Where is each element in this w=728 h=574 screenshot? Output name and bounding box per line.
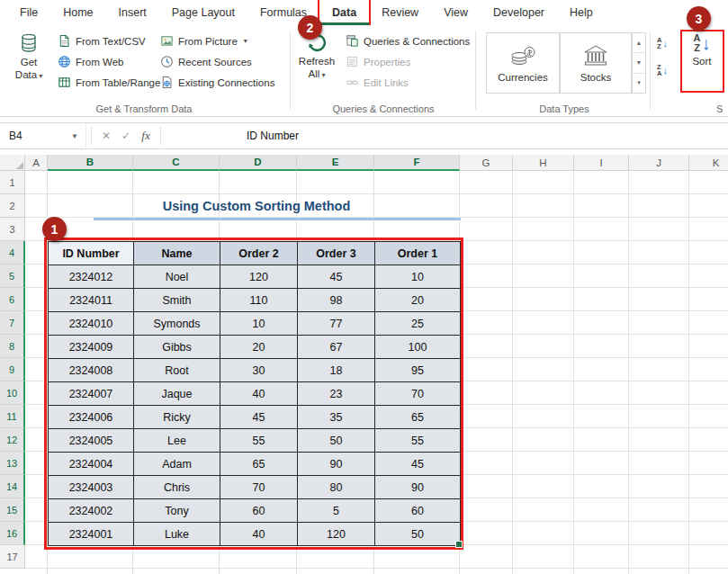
- column-header-G[interactable]: G: [460, 155, 513, 171]
- sort-z-to-a-button[interactable]: ZA↓: [657, 61, 668, 78]
- cancel-icon[interactable]: ✕: [96, 130, 116, 142]
- table-cell[interactable]: 30: [220, 359, 298, 382]
- column-header-C[interactable]: C: [133, 155, 220, 171]
- table-cell[interactable]: Adam: [134, 453, 220, 476]
- table-cell[interactable]: 60: [375, 499, 461, 523]
- tab-developer[interactable]: Developer: [481, 0, 557, 25]
- table-cell[interactable]: 2324012: [49, 265, 134, 289]
- from-table-range-button[interactable]: From Table/Range: [58, 74, 160, 91]
- table-cell[interactable]: 2324003: [49, 476, 134, 499]
- gallery-scroll-down-icon[interactable]: ▼: [633, 53, 645, 73]
- tab-insert[interactable]: Insert: [106, 0, 159, 25]
- table-cell[interactable]: 25: [375, 312, 461, 336]
- row-header-3[interactable]: 3: [0, 218, 25, 241]
- from-web-button[interactable]: From Web: [58, 53, 123, 70]
- name-box[interactable]: B4 ▼: [0, 123, 86, 148]
- table-cell[interactable]: 20: [220, 336, 298, 359]
- row-header-2[interactable]: 2: [0, 194, 25, 218]
- row-header-17[interactable]: 17: [0, 545, 25, 569]
- table-header-cell[interactable]: Order 3: [298, 242, 375, 265]
- tab-help[interactable]: Help: [557, 0, 606, 25]
- table-cell[interactable]: 10: [220, 312, 298, 336]
- table-cell[interactable]: 23: [298, 382, 375, 406]
- table-cell[interactable]: 120: [220, 265, 298, 289]
- table-cell[interactable]: 70: [375, 382, 461, 406]
- table-cell[interactable]: 40: [220, 382, 298, 406]
- row-header-1[interactable]: 1: [0, 171, 25, 194]
- table-cell[interactable]: 95: [375, 359, 461, 382]
- tab-file[interactable]: File: [7, 0, 50, 25]
- row-header-8[interactable]: 8: [0, 335, 25, 358]
- table-cell[interactable]: 2324005: [49, 429, 134, 453]
- table-cell[interactable]: 18: [298, 359, 375, 382]
- from-picture-button[interactable]: From Picture▾: [160, 32, 247, 49]
- table-cell[interactable]: 45: [220, 406, 298, 429]
- column-header-A[interactable]: A: [25, 155, 48, 171]
- gallery-scroll-up-icon[interactable]: ▲: [633, 33, 645, 53]
- table-header-cell[interactable]: Order 1: [375, 242, 461, 265]
- table-cell[interactable]: 65: [375, 406, 461, 429]
- table-cell[interactable]: Tony: [134, 499, 220, 523]
- table-cell[interactable]: 2324010: [49, 312, 134, 336]
- table-cell[interactable]: 55: [220, 429, 298, 453]
- table-cell[interactable]: 110: [220, 289, 298, 312]
- data-types-gallery-scrollbar[interactable]: ▲ ▼ ▾: [632, 32, 646, 94]
- tab-home[interactable]: Home: [50, 0, 105, 25]
- table-cell[interactable]: 120: [298, 523, 375, 546]
- table-cell[interactable]: 2324004: [49, 453, 134, 476]
- table-cell[interactable]: Root: [134, 359, 220, 382]
- table-cell[interactable]: Smith: [134, 289, 220, 312]
- table-cell[interactable]: 2324008: [49, 359, 134, 382]
- insert-function-icon[interactable]: fx: [136, 129, 156, 143]
- existing-connections-button[interactable]: Existing Connections: [160, 74, 274, 91]
- table-cell[interactable]: 98: [298, 289, 375, 312]
- table-cell[interactable]: 80: [298, 476, 375, 499]
- recent-sources-button[interactable]: Recent Sources: [160, 53, 252, 70]
- table-cell[interactable]: 35: [298, 406, 375, 429]
- table-header-cell[interactable]: Order 2: [220, 242, 298, 265]
- table-cell[interactable]: 45: [375, 453, 461, 476]
- currencies-gallery-item[interactable]: Currencies: [486, 32, 560, 94]
- table-cell[interactable]: 2324002: [49, 499, 134, 523]
- table-cell[interactable]: 2324001: [49, 523, 134, 546]
- name-box-dropdown-icon[interactable]: ▼: [71, 132, 78, 140]
- row-header-4[interactable]: 4: [0, 241, 25, 265]
- row-header-9[interactable]: 9: [0, 358, 25, 381]
- tab-data[interactable]: Data: [319, 0, 369, 25]
- table-cell[interactable]: 2324009: [49, 336, 134, 359]
- table-cell[interactable]: 60: [220, 499, 298, 523]
- selection-fill-handle[interactable]: [455, 541, 463, 548]
- column-header-K[interactable]: K: [689, 155, 728, 171]
- from-text-csv-button[interactable]: From Text/CSV: [58, 32, 146, 49]
- table-cell[interactable]: Jaque: [134, 382, 220, 406]
- table-cell[interactable]: 40: [220, 523, 298, 546]
- table-cell[interactable]: 55: [375, 429, 461, 453]
- table-cell[interactable]: Lee: [134, 429, 220, 453]
- row-header-11[interactable]: 11: [0, 405, 25, 428]
- table-header-cell[interactable]: ID Number: [49, 242, 134, 265]
- column-header-B[interactable]: B: [48, 155, 133, 171]
- table-cell[interactable]: Ricky: [134, 406, 220, 429]
- table-cell[interactable]: 65: [220, 453, 298, 476]
- sort-a-to-z-button[interactable]: AZ↓: [657, 34, 668, 51]
- row-header-5[interactable]: 5: [0, 265, 25, 288]
- table-cell[interactable]: 67: [298, 336, 375, 359]
- column-header-J[interactable]: J: [629, 155, 689, 171]
- queries-connections-button[interactable]: Queries & Connections: [346, 32, 470, 49]
- column-header-H[interactable]: H: [513, 155, 574, 171]
- table-cell[interactable]: Gibbs: [134, 336, 220, 359]
- stocks-gallery-item[interactable]: Stocks: [560, 32, 632, 94]
- row-header-10[interactable]: 10: [0, 381, 25, 405]
- row-header-6[interactable]: 6: [0, 288, 25, 311]
- table-cell[interactable]: Chris: [134, 476, 220, 499]
- tab-view[interactable]: View: [431, 0, 481, 25]
- column-header-F[interactable]: F: [374, 155, 460, 171]
- gallery-more-icon[interactable]: ▾: [633, 74, 645, 93]
- row-header-16[interactable]: 16: [0, 522, 25, 545]
- table-cell[interactable]: Noel: [134, 265, 220, 289]
- get-data-button[interactable]: Get Data▾: [7, 30, 50, 83]
- row-header-15[interactable]: 15: [0, 498, 25, 522]
- formula-bar-value[interactable]: ID Number: [247, 130, 299, 142]
- table-cell[interactable]: 45: [298, 265, 375, 289]
- tab-page-layout[interactable]: Page Layout: [159, 0, 247, 25]
